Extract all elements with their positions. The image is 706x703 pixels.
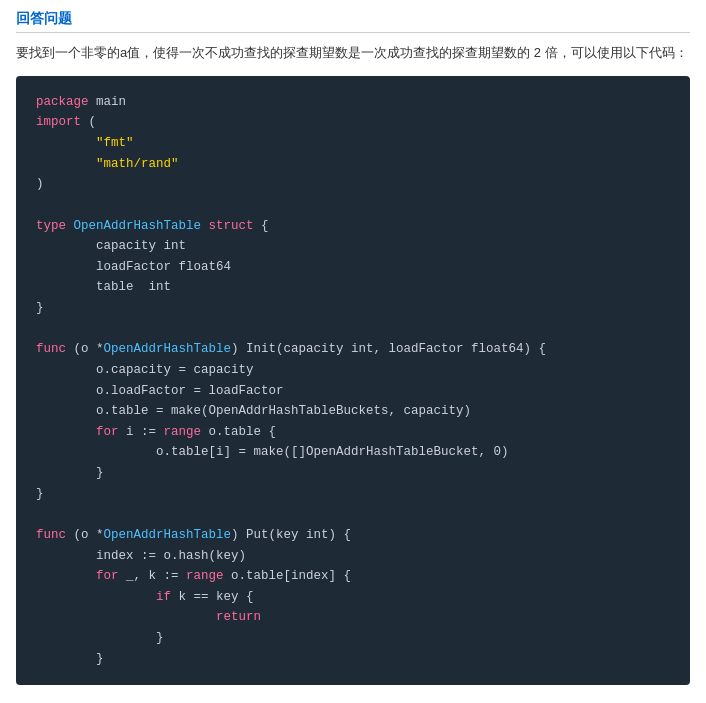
section-title: 回答问题 [16, 10, 690, 33]
description: 要找到一个非零的a值，使得一次不成功查找的探查期望数是一次成功查找的探查期望数的… [16, 43, 690, 64]
page-container: 回答问题 要找到一个非零的a值，使得一次不成功查找的探查期望数是一次成功查找的探… [0, 0, 706, 701]
code-block: package main import ( "fmt" "math/rand" … [16, 76, 690, 686]
